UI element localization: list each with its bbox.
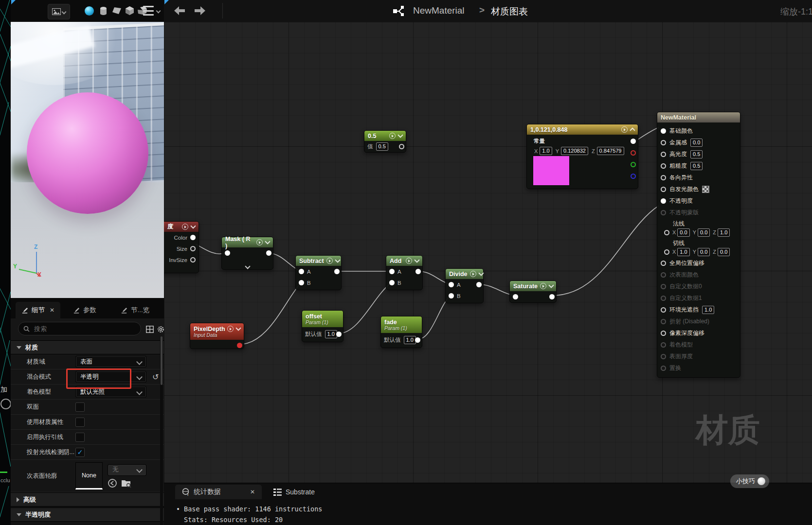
node-divide[interactable]: Divide A B [445, 268, 484, 303]
pin-icon[interactable] [549, 294, 555, 299]
preview-toggle-icon[interactable] [621, 126, 628, 133]
tab-stats[interactable]: i 统计数据 ✕ [175, 485, 262, 499]
chevron-down-icon[interactable] [335, 257, 340, 262]
value-box[interactable]: 0.0 [690, 139, 703, 147]
tab-node-overview[interactable]: 节...览 [115, 302, 155, 318]
preview-toggle-icon[interactable] [227, 326, 234, 332]
node-constant-05[interactable]: 0.5 值0.5 [364, 130, 406, 153]
pin-icon[interactable] [661, 296, 666, 301]
pin-icon[interactable] [190, 246, 196, 251]
breadcrumb-asset[interactable]: NewMaterial [413, 5, 465, 16]
preview-shape-cube-button[interactable] [124, 5, 135, 16]
value-box[interactable]: 1.0 [540, 147, 552, 155]
pin-icon[interactable] [661, 198, 666, 204]
pin-icon[interactable] [237, 343, 242, 348]
pin-icon[interactable] [661, 261, 666, 266]
pin-icon[interactable] [664, 230, 669, 235]
dropdown-材质域[interactable]: 表面 [75, 356, 146, 368]
pin-icon[interactable] [661, 187, 666, 192]
preview-shape-cylinder-button[interactable] [98, 5, 108, 16]
chevron-down-icon[interactable] [414, 257, 419, 262]
pin-icon[interactable] [661, 140, 666, 145]
checkbox-启用执行引线[interactable] [75, 433, 85, 442]
pin-icon[interactable] [389, 269, 395, 274]
value-box[interactable]: 1.0 [404, 336, 416, 344]
pin-icon[interactable] [631, 162, 636, 167]
preview-toggle-icon[interactable] [182, 224, 188, 230]
value-box[interactable]: 1.0 [702, 306, 714, 314]
pin-icon[interactable] [415, 269, 421, 274]
value-box[interactable]: 0.0 [698, 248, 710, 256]
value-box[interactable]: 0.847579 [597, 147, 624, 155]
checkbox-双面[interactable] [75, 402, 85, 412]
pin-icon[interactable] [664, 249, 669, 255]
expand-advanced-icon[interactable] [245, 263, 250, 269]
value-box[interactable]: 0.0 [698, 228, 710, 237]
revert-arrow-icon[interactable]: ↺ [152, 372, 159, 382]
preview-toggle-icon[interactable] [470, 271, 476, 277]
node-pixel-depth[interactable]: PixelDepth Input Data [190, 323, 244, 349]
pin-icon[interactable] [225, 250, 230, 256]
tab-parameters[interactable]: 参数 [67, 302, 102, 318]
pin-icon[interactable] [513, 294, 518, 299]
details-scrollbar[interactable] [160, 340, 163, 525]
pin-icon[interactable] [389, 280, 395, 285]
clipped-search-icon[interactable] [0, 399, 11, 409]
pin-icon[interactable] [661, 319, 666, 324]
asset-dropdown[interactable]: 无 [108, 464, 146, 476]
value-box[interactable]: 1.0 [325, 330, 337, 338]
pin-icon[interactable] [631, 150, 636, 156]
pin-icon[interactable] [661, 284, 666, 289]
value-box[interactable]: 0.5 [376, 142, 388, 151]
pin-icon[interactable] [190, 257, 196, 262]
value-box[interactable]: 1.0 [677, 248, 689, 256]
use-selected-icon[interactable] [108, 478, 117, 488]
node-mask-r[interactable]: Mask ( R ) [221, 237, 273, 270]
preview-toggle-icon[interactable] [540, 283, 546, 289]
chevron-down-icon[interactable] [190, 223, 196, 228]
section-header-advanced[interactable]: 高级 [11, 492, 164, 507]
node-add[interactable]: Add A B [386, 255, 423, 290]
emissive-swatch-icon[interactable] [702, 186, 709, 193]
pin-icon[interactable] [336, 332, 342, 337]
pin-icon[interactable] [266, 250, 271, 256]
pin-icon[interactable] [661, 210, 666, 215]
checkbox-使用材质属性[interactable] [75, 418, 85, 427]
chevron-down-icon[interactable] [265, 239, 270, 244]
node-param-offset[interactable]: offset Param (1) 默认值1.0 [302, 310, 343, 342]
pin-icon[interactable] [661, 175, 666, 180]
chevron-down-icon[interactable] [478, 270, 484, 276]
value-box[interactable]: 0.0 [718, 248, 730, 256]
viewport-options-menu-button[interactable] [143, 6, 154, 16]
breadcrumb-page[interactable]: 材质图表 [491, 5, 528, 18]
node-saturate[interactable]: Saturate [509, 280, 557, 303]
value-box[interactable]: 0.120832 [561, 147, 588, 155]
chevron-down-icon[interactable] [235, 325, 241, 331]
node-material-output[interactable]: NewMaterial 基础颜色金属感0.0高光度0.5粗糙度0.5各向异性自发… [657, 112, 740, 378]
node-constant3-vector[interactable]: 1,0.121,0.848 常量 X1.0 Y0.120832 Z0.84757… [526, 124, 638, 189]
color-swatch[interactable] [533, 156, 570, 186]
section-header-material[interactable]: 材质 [11, 340, 164, 354]
pin-icon[interactable] [661, 331, 666, 336]
pin-icon[interactable] [661, 354, 666, 359]
node-scene-texture[interactable]: 度 Color Size InvSize [164, 221, 199, 273]
pin-icon[interactable] [661, 307, 666, 313]
pin-icon[interactable] [299, 269, 304, 274]
pin-icon[interactable] [476, 282, 482, 287]
preview-toggle-icon[interactable] [406, 258, 412, 264]
preview-shape-plane-button[interactable] [111, 5, 122, 16]
checkbox-投射光线检测阴...[interactable] [75, 448, 85, 457]
value-box[interactable]: 1.0 [718, 228, 730, 237]
pin-icon[interactable] [399, 144, 404, 149]
chevron-down-icon[interactable] [548, 282, 554, 288]
chevron-down-icon[interactable] [397, 132, 403, 138]
clipped-add-button[interactable]: 加 [0, 385, 7, 394]
value-box[interactable]: 0.5 [690, 150, 703, 158]
value-box[interactable]: 0.0 [677, 228, 689, 237]
material-preview-viewport[interactable]: Z Y X [11, 22, 164, 298]
preview-background-button[interactable] [48, 4, 70, 19]
close-icon[interactable]: ✕ [50, 307, 54, 314]
node-param-fade[interactable]: fade Param (1) 默认值1.0 [380, 316, 422, 348]
pin-icon[interactable] [661, 342, 666, 348]
value-box[interactable]: 0.5 [690, 162, 703, 170]
